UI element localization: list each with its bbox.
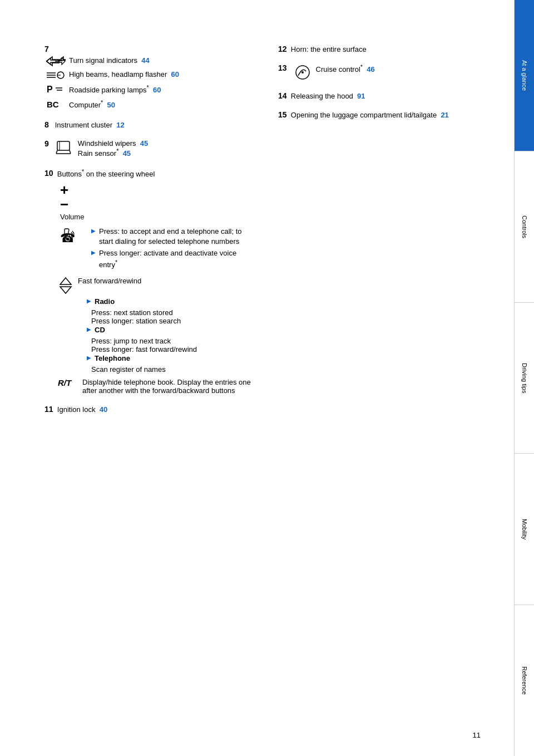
item-7-sub-4-text: Computer* 50 [69,99,256,111]
item-7-sub-3-text: Roadside parking lamps* 60 [69,84,256,96]
rt-block: R/T Display/hide telephone book. Display… [58,378,256,395]
item-14-page: 91 [357,92,365,100]
arrow-down-icon [58,286,73,294]
item-13-row: 13 Cruise control* 46 [278,63,492,81]
radio-bullet-arrow: ▶ [87,297,91,304]
item-15: 15 Opening the luggage compartment lid/t… [278,110,492,119]
item-14-text: Releasing the hood [291,92,353,100]
cd-label: CD [95,325,256,335]
item-7-sub-4-page: 50 [107,101,115,109]
bullet-arrow-1: ▶ [91,227,96,234]
item-10-number: 10 [44,169,53,178]
svg-marker-18 [60,287,71,293]
plus-minus-icons: +− [60,183,256,212]
item-11-number: 11 [44,405,53,414]
right-column: 12 Horn: the entire surface 13 [278,45,492,424]
item-15-text: Opening the luggage compartment lid/tail… [291,111,437,119]
phone-bullets: ▶ Press: to accept and end a telephone c… [82,227,256,272]
item-10-text-prefix: Buttons* on the steering wheel [57,170,155,178]
ff-rw-block: Fast forward/rewind ▶ Radio Press: next … [58,277,256,374]
ff-rw-label: Fast forward/rewind [78,277,141,285]
item-8-text: Instrument cluster [55,121,112,129]
svg-marker-17 [60,278,71,284]
item-7-sub-2-text: High beams, headlamp flasher 60 [69,70,256,80]
item-9: 9 [44,139,256,158]
svg-text:BC: BC [47,100,59,109]
item-11-page: 40 [100,405,107,414]
cd-bullet-arrow: ▶ [87,325,91,332]
telephone-bullets: Scan register of names [91,365,256,374]
parking-lamps-icon: P [44,84,67,95]
item-8: 8 Instrument cluster 12 [44,120,256,129]
telephone-bullet-1: Scan register of names [91,365,256,374]
right-sidebar: At a glance Controls Driving tips Mobili… [514,0,534,756]
cd-bullet-1: Press: jump to next track [91,337,256,345]
item-9-text: Windshield wipers 45 Rain sensor* 45 [78,139,148,158]
radio-bullets: Press: next station stored Press longer:… [91,308,256,325]
sidebar-item-at-a-glance[interactable]: At a glance [515,0,534,151]
radio-label: Radio [95,297,256,307]
radio-block: ▶ Radio Press: next station stored Press… [78,297,256,374]
rt-label: R/T [58,378,78,387]
ff-rw-icons-row: Fast forward/rewind [58,277,256,294]
left-column: 7 [44,45,256,424]
item-12-number: 12 [278,45,287,53]
cd-bullets: Press: jump to next track Press longer: … [91,337,256,354]
phone-icon: ☎ [58,227,80,244]
page-container: 7 [0,0,534,756]
sidebar-item-mobility[interactable]: Mobility [515,454,534,605]
item-9-row: 9 [44,139,256,158]
sidebar-item-reference[interactable]: Reference [515,605,534,756]
item-9-page1: 45 [140,139,148,148]
high-beam-icon [44,70,67,81]
item-14-number: 14 [278,91,287,100]
rt-text: Display/hide telephone book. Display the… [82,378,256,395]
cruise-control-icon [291,63,314,81]
phone-bullet-1: ▶ Press: to accept and end a telephone c… [91,227,256,247]
arrow-up-icon [58,277,73,286]
phone-bullet-2: ▶ Press longer: activate and deactivate … [91,248,256,271]
item-7: 7 [44,45,256,110]
sidebar-item-controls[interactable]: Controls [515,151,534,303]
wipers-icon [53,139,76,156]
telephone-label: Telephone [95,354,256,364]
item-7-number: 7 [44,45,49,53]
item-15-number: 15 [278,110,287,119]
item-12-text: Horn: the entire surface [291,45,367,53]
telephone-bullet-arrow: ▶ [87,354,91,361]
item-13: 13 Cruise control* 46 [278,63,492,81]
svg-text:P: P [47,85,53,94]
item-10: 10 Buttons* on the steering wheel +− Vol… [44,168,256,395]
telephone-label-row: ▶ Telephone [87,354,256,364]
main-content: 7 [0,0,514,756]
item-13-number: 13 [278,63,287,72]
volume-block: +− Volume [58,183,256,221]
item-12: 12 Horn: the entire surface [278,45,492,53]
item-15-page: 21 [441,111,448,119]
item-7-sub-1-text: Turn signal indicators 44 [69,56,256,66]
item-7-sub-4: BC Computer* 50 [44,99,256,111]
item-13-text: Cruise control* 46 [316,63,375,73]
item-7-sub-2: High beams, headlamp flasher 60 [44,70,256,81]
sidebar-item-driving-tips[interactable]: Driving tips [515,303,534,454]
two-column-layout: 7 [44,45,492,424]
volume-label: Volume [60,213,256,221]
turn-signal-icon [44,56,67,67]
item-7-sub-1-page: 44 [141,56,149,65]
item-11-text: Ignition lock [57,405,96,414]
phone-bullet-2-text: Press longer: activate and deactivate vo… [99,248,256,271]
svg-line-12 [56,150,57,154]
item-13-page: 46 [367,65,374,73]
item-9-number: 9 [44,139,49,148]
page-number: 11 [473,731,481,739]
item-7-number-row: 7 [44,45,256,53]
item-9-page2: 45 [123,149,131,158]
svg-rect-11 [57,141,70,150]
item-7-sub-2-page: 60 [171,70,179,78]
svg-point-20 [301,71,304,73]
item-8-number: 8 [44,120,49,129]
svg-line-13 [70,150,71,154]
phone-block: ☎ ▶ Press: to accept and end a telephone… [58,227,256,272]
item-7-sub-1: Turn signal indicators 44 [44,56,256,67]
item-7-sub-3-page: 60 [153,86,161,94]
